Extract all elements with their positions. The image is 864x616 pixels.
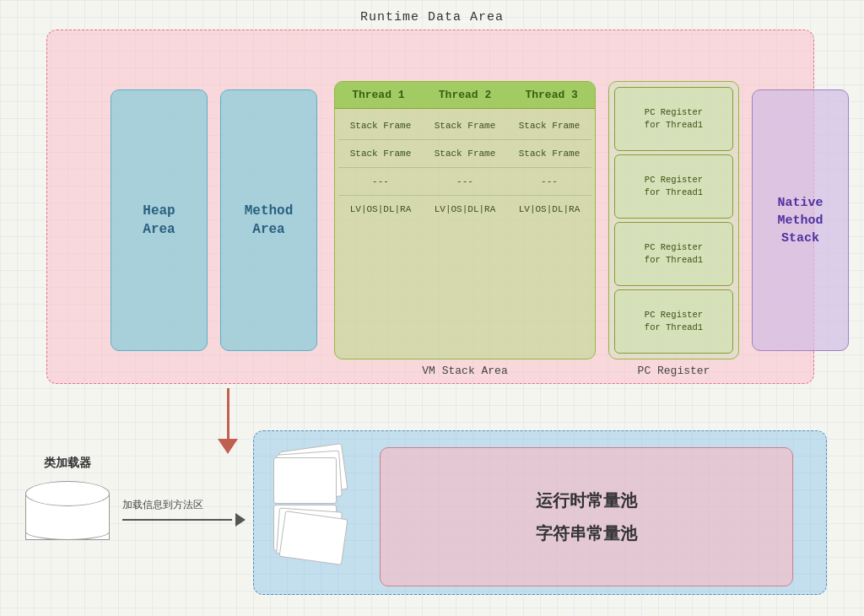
thread3-header: Thread 3 bbox=[508, 82, 595, 108]
cell-r3c1: LV|OS|DL|RA bbox=[423, 196, 507, 223]
class-loader bbox=[25, 481, 110, 548]
cell-r3c2: LV|OS|DL|RA bbox=[507, 196, 591, 223]
class-loader-label: 类加载器 bbox=[21, 456, 114, 471]
cell-r1c1: Stack Frame bbox=[423, 140, 507, 168]
load-arrow: 加载信息到方法区 bbox=[122, 513, 246, 527]
method-area: MethodArea bbox=[220, 89, 317, 351]
cell-r3c0: LV|OS|DL|RA bbox=[338, 196, 423, 223]
pc-register-container: PC Registerfor Thread1 PC Registerfor Th… bbox=[608, 81, 739, 359]
vm-stack-container: Thread 1 Thread 2 Thread 3 Stack Frame S… bbox=[334, 81, 596, 359]
cylinder-bottom bbox=[25, 523, 110, 540]
paper-3 bbox=[273, 457, 337, 504]
constant-pool-line1: 运行时常量池 bbox=[536, 489, 637, 512]
arrow-line-horizontal bbox=[122, 519, 232, 521]
paper-6 bbox=[279, 511, 348, 565]
cell-r1c0: Stack Frame bbox=[338, 140, 423, 168]
vm-stack-header: Thread 1 Thread 2 Thread 3 bbox=[335, 82, 595, 109]
cell-r2c2: --- bbox=[507, 168, 591, 196]
papers-stack: 类型信息 类型信息 bbox=[270, 447, 346, 557]
cell-r2c0: --- bbox=[338, 168, 423, 196]
cell-r1c2: Stack Frame bbox=[507, 140, 591, 168]
arrow-head-right bbox=[235, 513, 246, 527]
heap-label: HeapArea bbox=[143, 202, 175, 240]
method-label: MethodArea bbox=[245, 202, 294, 240]
cell-r0c0: Stack Frame bbox=[338, 112, 423, 140]
method-to-bottom-arrow bbox=[218, 388, 238, 454]
pc-register-label: PC Register bbox=[638, 365, 710, 377]
cylinder bbox=[25, 481, 110, 540]
pc-item-1: PC Registerfor Thread1 bbox=[614, 154, 733, 219]
pc-item-3: PC Registerfor Thread1 bbox=[614, 289, 733, 354]
native-method-stack: NativeMethodStack bbox=[752, 89, 849, 351]
heap-area: HeapArea bbox=[111, 89, 208, 351]
vm-stack-label: VM Stack Area bbox=[422, 365, 507, 377]
cell-r0c1: Stack Frame bbox=[423, 112, 507, 140]
runtime-area: HeapArea MethodArea Thread 1 Thread 2 Th… bbox=[46, 30, 814, 384]
thread2-header: Thread 2 bbox=[422, 82, 509, 108]
constant-pool-line2: 字符串常量池 bbox=[536, 522, 637, 545]
native-label: NativeMethodStack bbox=[777, 194, 823, 247]
runtime-label: Runtime Data Area bbox=[360, 10, 504, 24]
pc-item-0: PC Registerfor Thread1 bbox=[614, 87, 733, 151]
load-arrow-text: 加载信息到方法区 bbox=[122, 498, 203, 512]
cell-r2c1: --- bbox=[423, 168, 507, 196]
arrow-head bbox=[218, 439, 238, 454]
pc-item-2: PC Registerfor Thread1 bbox=[614, 222, 733, 286]
arrow-shaft bbox=[227, 388, 230, 439]
cell-r0c2: Stack Frame bbox=[507, 112, 591, 140]
cylinder-top bbox=[25, 481, 110, 506]
vm-stack-body: Stack Frame Stack Frame Stack Frame Stac… bbox=[335, 109, 595, 226]
thread1-header: Thread 1 bbox=[335, 82, 422, 108]
constant-pool: 运行时常量池 字符串常量池 bbox=[380, 447, 793, 586]
diagram-container: Runtime Data Area HeapArea MethodArea Th… bbox=[0, 0, 864, 616]
